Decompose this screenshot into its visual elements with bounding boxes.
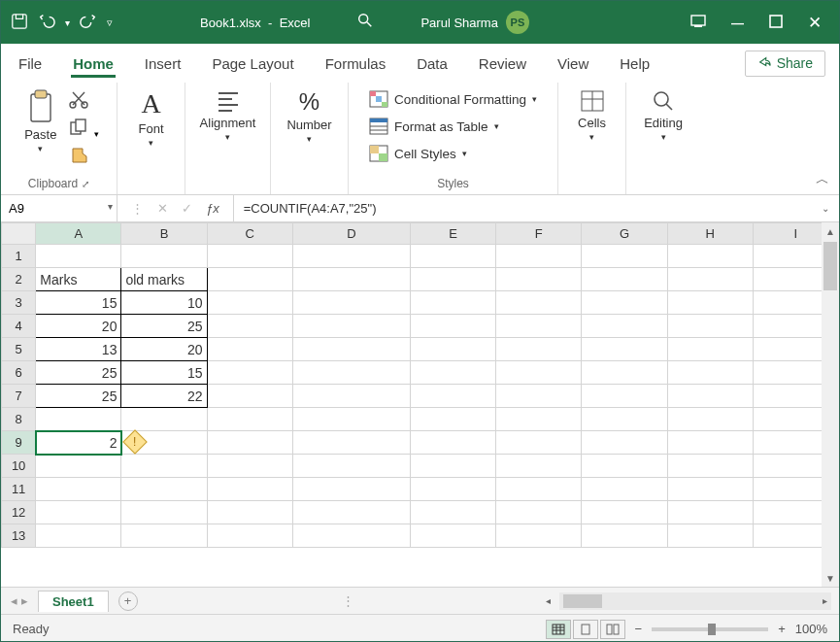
horizontal-scrollbar[interactable]: ◂ ▸	[559, 592, 831, 610]
cell-A5[interactable]: 13	[36, 338, 121, 361]
row-header[interactable]: 3	[2, 291, 36, 315]
worksheet-grid[interactable]: A B C D E F G H I 1 2 Marks old marks 3 …	[1, 222, 839, 587]
vertical-scrollbar[interactable]: ▲ ▼	[822, 222, 839, 587]
col-header-A[interactable]: A	[36, 223, 121, 245]
qat-chevron-icon[interactable]: ▾	[65, 17, 70, 28]
col-header-G[interactable]: G	[582, 223, 667, 245]
cell-B2[interactable]: old marks	[121, 268, 207, 291]
new-sheet-button[interactable]: +	[118, 591, 138, 611]
ribbon-display-icon[interactable]	[690, 15, 706, 31]
col-header-H[interactable]: H	[667, 223, 753, 245]
cut-icon[interactable]	[68, 90, 98, 114]
tab-formulas[interactable]: Formulas	[323, 50, 388, 78]
row-header[interactable]: 4	[2, 315, 36, 338]
qat-more-icon[interactable]: ▿	[107, 17, 113, 29]
format-as-table-button[interactable]: Format as Table ▾	[363, 114, 505, 139]
row-header[interactable]: 12	[2, 501, 36, 524]
maximize-icon[interactable]	[769, 15, 783, 31]
tab-help[interactable]: Help	[618, 50, 652, 78]
normal-view-button[interactable]	[546, 620, 571, 639]
cell-A9-selected[interactable]: 2 !	[36, 431, 121, 455]
font-group-button[interactable]: A Font ▾	[132, 86, 169, 150]
svg-rect-40	[607, 625, 612, 634]
zoom-slider[interactable]	[652, 627, 768, 631]
svg-rect-4	[694, 25, 702, 27]
clipboard-launcher-icon[interactable]: ⤢	[82, 179, 89, 189]
col-header-C[interactable]: C	[207, 223, 292, 245]
number-group-button[interactable]: % Number ▾	[281, 86, 337, 146]
page-layout-view-button[interactable]	[573, 620, 598, 639]
status-bar: Ready − + 100%	[1, 614, 839, 642]
row-header[interactable]: 13	[2, 524, 36, 548]
col-header-D[interactable]: D	[292, 223, 410, 245]
col-header-B[interactable]: B	[121, 223, 207, 245]
row-header[interactable]: 7	[2, 385, 36, 408]
tab-review[interactable]: Review	[477, 50, 528, 78]
row-header[interactable]: 8	[2, 408, 36, 431]
user-area[interactable]: Parul Sharma PS	[420, 11, 528, 34]
scroll-thumb[interactable]	[823, 242, 837, 290]
sheet-tab-sheet1[interactable]: Sheet1	[38, 591, 109, 612]
tab-data[interactable]: Data	[415, 50, 450, 78]
minimize-icon[interactable]: —	[731, 16, 744, 30]
row-header[interactable]: 5	[2, 338, 36, 361]
cell-B7[interactable]: 22	[121, 385, 207, 408]
cell-A6[interactable]: 25	[36, 361, 121, 385]
alignment-group-button[interactable]: Alignment ▾	[194, 86, 262, 144]
row-header[interactable]: 9	[2, 431, 36, 455]
cell-B3[interactable]: 10	[121, 291, 207, 315]
row-header[interactable]: 10	[2, 455, 36, 478]
tab-view[interactable]: View	[555, 50, 590, 78]
cell-styles-button[interactable]: Cell Styles ▾	[363, 141, 473, 166]
zoom-out-button[interactable]: −	[635, 622, 643, 636]
conditional-formatting-button[interactable]: Conditional Formatting ▾	[363, 86, 543, 112]
paste-button[interactable]: Paste ▾	[18, 86, 62, 155]
cell-B6[interactable]: 15	[121, 361, 207, 385]
collapse-ribbon-icon[interactable]: ︿	[816, 171, 829, 188]
scroll-down-icon[interactable]: ▼	[822, 569, 839, 587]
options-icon[interactable]: ⋮	[131, 201, 144, 216]
cell-A3[interactable]: 15	[36, 291, 121, 315]
search-icon[interactable]	[356, 12, 374, 33]
tab-insert[interactable]: Insert	[143, 50, 184, 78]
cell-A4[interactable]: 20	[36, 315, 121, 338]
undo-icon[interactable]	[38, 13, 55, 33]
cancel-icon[interactable]: ✕	[157, 201, 168, 216]
row-header[interactable]: 1	[2, 245, 36, 268]
cell-A7[interactable]: 25	[36, 385, 121, 408]
format-painter-icon[interactable]	[68, 145, 98, 168]
cell-B4[interactable]: 25	[121, 315, 207, 338]
cells-group-button[interactable]: Cells ▾	[572, 86, 612, 144]
select-all-corner[interactable]	[2, 223, 36, 245]
close-icon[interactable]: ✕	[808, 13, 822, 33]
tab-page-layout[interactable]: Page Layout	[210, 50, 295, 78]
prev-sheet-icon[interactable]: ◂	[11, 593, 17, 608]
name-box-dropdown-icon[interactable]: ▾	[108, 201, 113, 212]
row-header[interactable]: 6	[2, 361, 36, 385]
expand-formula-bar-icon[interactable]: ⌄	[822, 203, 829, 214]
autosave-icon[interactable]	[11, 13, 28, 33]
zoom-in-button[interactable]: +	[778, 622, 786, 636]
row-header[interactable]: 2	[2, 268, 36, 291]
next-sheet-icon[interactable]: ▸	[21, 593, 28, 608]
tab-file[interactable]: File	[17, 50, 44, 78]
enter-icon[interactable]: ✓	[182, 201, 192, 216]
copy-icon[interactable]: ▾	[68, 118, 98, 141]
col-header-E[interactable]: E	[411, 223, 496, 245]
row-header[interactable]: 11	[2, 478, 36, 501]
cell-A2[interactable]: Marks	[36, 268, 121, 291]
scroll-thumb[interactable]	[563, 594, 602, 608]
editing-group-button[interactable]: Editing ▾	[638, 86, 689, 144]
zoom-percent[interactable]: 100%	[795, 622, 827, 636]
col-header-F[interactable]: F	[496, 223, 582, 245]
redo-icon[interactable]	[80, 13, 97, 33]
svg-rect-27	[370, 146, 379, 153]
scroll-up-icon[interactable]: ▲	[822, 222, 839, 240]
name-box[interactable]: A9 ▾	[1, 195, 118, 221]
page-break-view-button[interactable]	[600, 620, 625, 639]
formula-input[interactable]: =COUNTIF(A4:A7,"25") ⌄	[234, 195, 839, 221]
share-button[interactable]: Share	[745, 51, 825, 77]
cell-B5[interactable]: 20	[121, 338, 207, 361]
tab-home[interactable]: Home	[71, 50, 116, 78]
fx-icon[interactable]: ƒx	[206, 201, 219, 216]
